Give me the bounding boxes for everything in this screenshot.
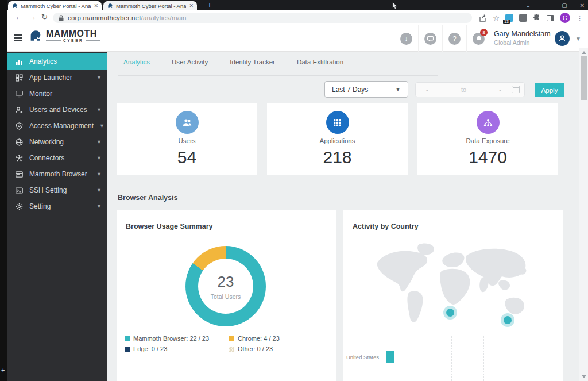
tab-close-icon[interactable]: ✕ (189, 3, 194, 9)
tab-separator (200, 3, 200, 9)
window-maximize-icon[interactable]: ▢ (562, 2, 567, 9)
globe-icon (15, 138, 24, 147)
extension-icon[interactable] (519, 14, 527, 22)
tab-close-icon[interactable]: ✕ (94, 3, 98, 9)
window-close-icon[interactable]: ✕ (580, 2, 585, 9)
sidebar-nav: Analytics App Launcher ▼ Monitor Use (7, 52, 107, 381)
browser-tab-1[interactable]: Mammoth Cyber Portal - Analyt ✕ (8, 1, 102, 10)
user-info: Gary Mandelstam Global Admin (494, 30, 551, 46)
sidebar-item-networking[interactable]: Networking ▼ (7, 134, 107, 150)
brand-name: MAMMOTH (46, 29, 100, 39)
terminal-icon (15, 186, 24, 195)
scrollbar-thumb[interactable] (581, 56, 587, 100)
screen: + Mammoth Cyber Portal - Analyt ✕ Mammot… (0, 0, 588, 381)
donut-legend: Mammoth Browser: 22 / 23 Chrome: 4 / 23 … (125, 335, 328, 352)
chevron-down-icon: ▼ (96, 203, 102, 209)
tab-title: Mammoth Cyber Portal - Analyt (21, 3, 91, 9)
header-icon-group: ↓ ? 8 (394, 25, 490, 52)
country-bar (386, 351, 394, 363)
tab-user-activity[interactable]: User Activity (172, 59, 208, 74)
cursor-plus-artifact: + (1, 367, 5, 374)
app-header: MAMMOTH CYBER ↓ ? (7, 25, 588, 52)
sidebar-item-app-launcher[interactable]: App Launcher ▼ (7, 70, 107, 86)
mammoth-favicon-icon (107, 3, 113, 9)
side-panel-icon[interactable] (547, 15, 554, 21)
chevron-down-icon: ▼ (96, 155, 102, 161)
notification-badge: 8 (480, 29, 488, 36)
chevron-down-icon: ▼ (96, 139, 102, 145)
download-icon: ↓ (400, 33, 412, 45)
sidebar-item-setting[interactable]: Setting ▼ (7, 198, 107, 214)
browser-tab-2[interactable]: Mammoth Cyber Portal - Analyt ✕ (103, 1, 197, 10)
messages-button[interactable] (418, 25, 442, 52)
tab-title: Mammoth Cyber Portal - Analyt (116, 3, 186, 9)
browser-window: Mammoth Cyber Portal - Analyt ✕ Mammoth … (7, 0, 588, 381)
bookmark-star-icon[interactable]: ☆ (493, 14, 500, 22)
browser-profile-avatar[interactable]: G (560, 13, 570, 23)
user-menu-chevron-icon[interactable]: ▼ (575, 36, 581, 42)
gridline (483, 336, 484, 381)
tabs-divider (118, 75, 438, 76)
scroll-up-arrow-icon[interactable] (582, 51, 586, 54)
sidebar-item-access-management[interactable]: Access Management ▼ (7, 118, 107, 134)
stat-value: 54 (117, 148, 257, 167)
chevron-down-icon: ▼ (96, 75, 102, 80)
total-users-value: 23 (218, 273, 234, 291)
legend-swatch (125, 347, 130, 352)
new-tab-button[interactable]: + (205, 1, 214, 9)
window-restore-chevron-icon[interactable]: ⌄ (526, 2, 531, 9)
brand-sub: CYBER (46, 39, 100, 43)
chevron-down-icon: ▼ (96, 187, 102, 193)
date-range-select[interactable]: Last 7 Days ▼ (324, 81, 408, 98)
sidebar-item-users-and-devices[interactable]: Users and Devices ▼ (7, 102, 107, 118)
download-button[interactable]: ↓ (394, 25, 418, 52)
stat-card-users: Users 54 (117, 103, 257, 175)
legend-swatch (229, 347, 234, 352)
hamburger-menu-icon[interactable] (14, 34, 22, 41)
stat-card-applications: Applications 218 (267, 103, 408, 175)
window-controls: ⌄ — ▢ ✕ (526, 0, 585, 10)
activity-by-country-panel: Activity by Country (343, 210, 563, 381)
notifications-button[interactable]: 8 (466, 25, 490, 52)
gridline (451, 336, 452, 381)
sidebar-item-mammoth-browser[interactable]: Mammoth Browser ▼ (7, 166, 107, 182)
share-icon[interactable] (479, 14, 487, 22)
url-bar[interactable]: corp.mammothcyber.net/analytics/main (53, 13, 472, 23)
world-map (364, 240, 542, 330)
share-icon (477, 111, 500, 134)
apply-button[interactable]: Apply (535, 83, 564, 97)
tab-analytics[interactable]: Analytics (123, 59, 150, 74)
total-users-label: Total Users (211, 293, 241, 300)
help-button[interactable]: ? (442, 25, 466, 52)
stat-label: Users (117, 137, 257, 144)
window-minimize-icon[interactable]: — (543, 2, 549, 9)
extension-icon[interactable]: 13 (505, 14, 513, 22)
page-scrollbar[interactable] (579, 48, 588, 381)
legend-item-mammoth-browser: Mammoth Browser: 22 / 23 (125, 335, 229, 342)
help-icon: ? (448, 33, 461, 45)
sidebar-item-analytics[interactable]: Analytics (7, 53, 107, 70)
tab-identity-tracker[interactable]: Identity Tracker (230, 59, 275, 74)
sidebar-item-monitor[interactable]: Monitor (7, 86, 107, 102)
back-icon[interactable]: ← (15, 13, 22, 21)
browser-window-icon (15, 170, 24, 179)
user-avatar[interactable] (555, 31, 570, 46)
gridline (516, 336, 516, 381)
puzzle-extensions-icon[interactable] (533, 14, 541, 22)
user-plus-icon (15, 106, 24, 114)
sidebar-item-connectors[interactable]: Connectors ▼ (7, 150, 107, 166)
activity-dot-us (446, 309, 454, 317)
sidebar-item-ssh-setting[interactable]: SSH Setting ▼ (7, 182, 107, 198)
forward-icon[interactable]: → (29, 13, 36, 21)
extension-badge: 13 (503, 20, 510, 24)
user-role: Global Admin (494, 39, 551, 46)
legend-item-chrome: Chrome: 4 / 23 (229, 335, 328, 342)
analytics-tabs: Analytics User Activity Identity Tracker… (123, 59, 343, 74)
scroll-down-arrow-icon[interactable] (582, 375, 586, 378)
stat-label: Data Exposure (417, 137, 558, 144)
tab-data-exfiltration[interactable]: Data Exfiltration (297, 59, 343, 74)
reload-icon[interactable]: ↻ (41, 13, 48, 21)
brand-logo: MAMMOTH CYBER (28, 29, 100, 43)
browser-menu-dots-icon[interactable]: ⋮ (576, 14, 583, 22)
custom-date-range-input[interactable]: - to - (415, 82, 525, 97)
